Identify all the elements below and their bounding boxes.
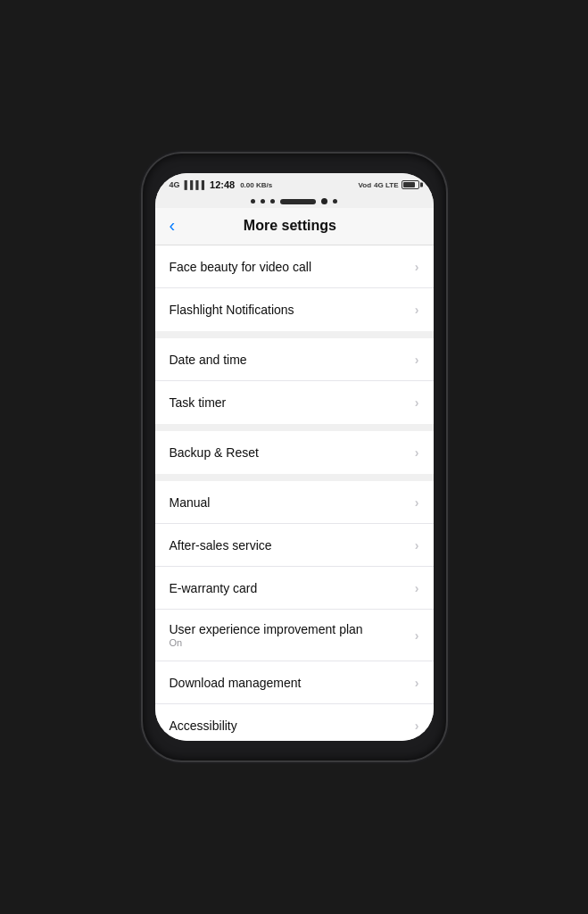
settings-group-2: Date and time › Task timer › — [155, 338, 434, 424]
lte-indicator: 4G LTE — [374, 181, 398, 189]
list-item-manual[interactable]: Manual › — [155, 481, 434, 524]
after-sales-label: After-sales service — [170, 538, 272, 553]
manual-label: Manual — [170, 495, 211, 510]
carrier-name: Vod — [359, 181, 372, 189]
data-speed: 0.00 KB/s — [240, 181, 272, 189]
list-item-face-beauty[interactable]: Face beauty for video call › — [155, 245, 434, 288]
user-exp-label: User experience improvement plan — [170, 622, 363, 636]
task-timer-label: Task timer — [170, 395, 227, 410]
list-item-download-mgmt[interactable]: Download management › — [155, 661, 434, 704]
chevron-icon: › — [415, 719, 419, 733]
notch-dot-right — [333, 199, 337, 204]
status-right: Vod 4G LTE — [359, 180, 419, 189]
settings-list: Face beauty for video call › Flashlight … — [155, 245, 434, 741]
chevron-icon: › — [415, 303, 419, 317]
date-time-label: Date and time — [170, 353, 247, 367]
list-item-date-time[interactable]: Date and time › — [155, 338, 434, 381]
front-camera — [321, 198, 327, 204]
battery-fill — [403, 182, 415, 187]
chevron-icon: › — [415, 676, 419, 690]
list-item-after-sales[interactable]: After-sales service › — [155, 524, 434, 567]
list-item-task-timer[interactable]: Task timer › — [155, 381, 434, 424]
list-item-flashlight[interactable]: Flashlight Notifications › — [155, 288, 434, 331]
user-exp-sublabel: On — [170, 637, 363, 648]
clock: 12:48 — [210, 179, 235, 190]
signal-bars: ▐▐▐▐ — [182, 180, 205, 189]
list-item-backup-reset[interactable]: Backup & Reset › — [155, 431, 434, 474]
status-bar: 4G ▐▐▐▐ 12:48 0.00 KB/s Vod 4G LTE — [155, 173, 434, 196]
chevron-icon: › — [415, 445, 419, 460]
page-title: More settings — [182, 218, 397, 234]
settings-group-3: Backup & Reset › — [155, 431, 434, 474]
flashlight-label: Flashlight Notifications — [170, 303, 294, 317]
face-beauty-label: Face beauty for video call — [170, 260, 312, 274]
back-button[interactable]: ‹ — [170, 215, 176, 236]
speaker-grille — [280, 199, 316, 204]
notch-dot-mid — [261, 199, 265, 204]
notch-dot-mid2 — [270, 199, 275, 204]
notch-area — [155, 196, 434, 208]
battery-icon — [402, 180, 419, 189]
status-left: 4G ▐▐▐▐ 12:48 0.00 KB/s — [170, 179, 273, 190]
settings-group-1: Face beauty for video call › Flashlight … — [155, 245, 434, 331]
phone-frame: 4G ▐▐▐▐ 12:48 0.00 KB/s Vod 4G LTE — [143, 154, 446, 760]
chevron-icon: › — [415, 353, 419, 367]
ewarranty-label: E-warranty card — [170, 581, 258, 595]
chevron-icon: › — [415, 260, 419, 274]
settings-group-4: Manual › After-sales service › E-warrant… — [155, 481, 434, 741]
list-item-accessibility[interactable]: Accessibility › — [155, 704, 434, 741]
chevron-icon: › — [415, 538, 419, 553]
chevron-icon: › — [415, 395, 419, 410]
notch-dot-left — [251, 199, 255, 204]
list-item-user-exp[interactable]: User experience improvement plan On › — [155, 610, 434, 661]
screen: 4G ▐▐▐▐ 12:48 0.00 KB/s Vod 4G LTE — [155, 173, 434, 741]
backup-reset-label: Backup & Reset — [170, 445, 259, 460]
accessibility-label: Accessibility — [170, 719, 237, 733]
app-header: ‹ More settings — [155, 208, 434, 245]
chevron-icon: › — [415, 495, 419, 510]
download-mgmt-label: Download management — [170, 676, 302, 690]
chevron-icon: › — [415, 581, 419, 595]
list-item-ewarranty[interactable]: E-warranty card › — [155, 567, 434, 610]
signal-indicator: 4G — [170, 180, 180, 189]
chevron-icon: › — [415, 628, 419, 643]
